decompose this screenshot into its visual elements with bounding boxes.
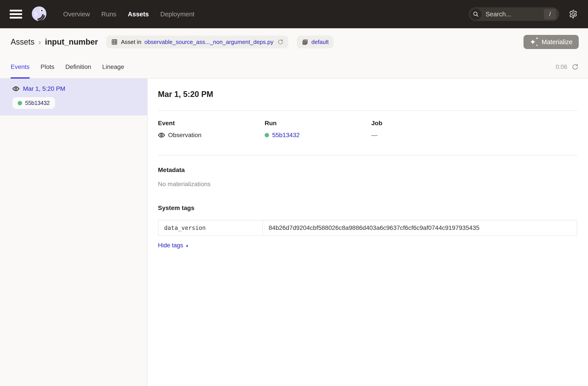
asset-in-label: Asset in — [121, 39, 141, 45]
top-navbar: Overview Runs Assets Deployment / — [0, 0, 588, 28]
divider — [158, 110, 577, 111]
asset-tabs-bar: Events Plots Definition Lineage 0:06 — [0, 56, 588, 79]
event-detail-panel: Mar 1, 5:20 PM Event Observation Run — [147, 79, 588, 386]
code-location-link[interactable]: observable_source_ass..._non_argument_de… — [145, 39, 273, 45]
settings-gear-icon[interactable] — [568, 9, 578, 19]
job-empty-value: — — [371, 132, 378, 139]
event-list-item-selected[interactable]: Mar 1, 5:20 PM 55b13432 — [0, 79, 147, 116]
global-search[interactable]: / — [469, 7, 559, 21]
tab-definition[interactable]: Definition — [65, 56, 91, 78]
nav-item-overview[interactable]: Overview — [63, 11, 90, 18]
reload-definitions-icon[interactable] — [277, 39, 284, 45]
nav-item-runs[interactable]: Runs — [101, 11, 116, 18]
materialize-button-label: Materialize — [542, 39, 572, 46]
run-status-dot — [265, 133, 269, 137]
group-default-link[interactable]: default — [312, 39, 329, 45]
run-status-dot — [18, 101, 22, 105]
sparkle-icon: ✦✦✦ — [530, 38, 539, 46]
system-tags-heading: System tags — [158, 204, 577, 212]
breadcrumb-chevron-icon: › — [39, 38, 41, 46]
system-tags-table: data_version 84b26d7d9204cbf588026c8a988… — [158, 220, 577, 236]
table-row: data_version 84b26d7d9204cbf588026c8a988… — [158, 220, 577, 236]
asset-group-badge: default — [297, 36, 334, 48]
observation-eye-icon — [12, 85, 20, 92]
chevron-up-icon: ▲ — [185, 244, 189, 247]
search-input[interactable] — [485, 11, 544, 18]
run-id-link[interactable]: 55b13432 — [272, 132, 300, 139]
run-column-label: Run — [265, 120, 371, 127]
refresh-icon[interactable] — [572, 63, 579, 70]
search-icon — [470, 8, 482, 20]
tab-lineage[interactable]: Lineage — [102, 56, 124, 78]
event-type-value: Observation — [168, 132, 201, 139]
tag-key-cell: data_version — [158, 220, 263, 236]
asset-group-icon — [302, 39, 308, 45]
refresh-countdown: 0:06 — [556, 64, 567, 70]
asset-header: Assets › input_number Asset in observabl… — [0, 28, 588, 56]
breadcrumb-current-asset: input_number — [45, 37, 98, 47]
hide-tags-toggle[interactable]: Hide tags ▲ — [158, 242, 189, 249]
event-run-pill[interactable]: 55b13432 — [12, 97, 55, 109]
metadata-empty-text: No materializations — [158, 181, 577, 188]
observation-eye-icon — [158, 132, 165, 139]
tag-value-cell: 84b26d7d9204cbf588026c8a9886d403a6c9637c… — [263, 220, 577, 236]
search-shortcut-key: / — [544, 9, 556, 20]
job-column-label: Job — [371, 120, 478, 127]
tab-events[interactable]: Events — [11, 56, 30, 78]
primary-nav: Overview Runs Assets Deployment — [63, 11, 194, 18]
nav-item-deployment[interactable]: Deployment — [160, 11, 195, 18]
event-column-label: Event — [158, 120, 265, 127]
run-id-label: 55b13432 — [25, 100, 50, 106]
hide-tags-label: Hide tags — [158, 242, 183, 249]
tab-plots[interactable]: Plots — [41, 56, 54, 78]
metadata-heading: Metadata — [158, 166, 577, 174]
divider — [158, 155, 577, 155]
asset-definition-badge: Asset in observable_source_ass..._non_ar… — [106, 36, 288, 48]
events-sidebar: Mar 1, 5:20 PM 55b13432 — [0, 79, 147, 386]
materialize-button[interactable]: ✦✦✦ Materialize — [524, 35, 579, 49]
event-detail-title: Mar 1, 5:20 PM — [158, 90, 577, 99]
table-grid-icon — [111, 39, 118, 45]
breadcrumb-assets-link[interactable]: Assets — [11, 37, 34, 47]
hamburger-menu-icon[interactable] — [10, 10, 22, 19]
event-date-link[interactable]: Mar 1, 5:20 PM — [23, 85, 65, 92]
nav-item-assets[interactable]: Assets — [128, 11, 149, 18]
dagster-logo-icon[interactable] — [30, 5, 48, 23]
